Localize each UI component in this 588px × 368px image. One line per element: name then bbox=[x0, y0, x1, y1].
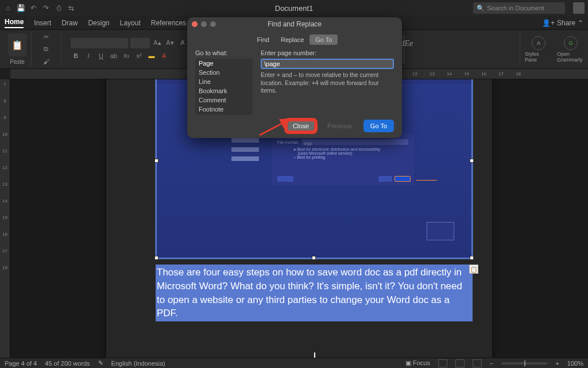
tab-find[interactable]: Find bbox=[252, 34, 275, 45]
tab-layout[interactable]: Layout bbox=[120, 19, 141, 27]
strike-icon[interactable]: ab bbox=[109, 51, 119, 61]
search-icon: 🔍 bbox=[477, 5, 485, 12]
print-icon[interactable]: ⎙ bbox=[54, 3, 63, 13]
list-item[interactable]: Endnote bbox=[195, 114, 253, 115]
embedded-export bbox=[394, 176, 411, 182]
list-item[interactable]: Comment bbox=[195, 95, 253, 105]
copy-icon[interactable]: ⧉ bbox=[41, 44, 51, 54]
find-replace-dialog: Find and Replace Find Replace Go To Go t… bbox=[187, 17, 402, 138]
embedded-cancel bbox=[378, 176, 392, 182]
tab-home[interactable]: Home bbox=[5, 18, 24, 28]
clipboard-extra: ✂ ⧉ 🖌 bbox=[36, 32, 61, 66]
italic-icon[interactable]: I bbox=[83, 51, 94, 61]
redo-icon[interactable]: ↷ bbox=[41, 3, 51, 13]
paste-label: Paste bbox=[8, 59, 26, 65]
undo-icon[interactable]: ↶ bbox=[29, 3, 38, 13]
language-status[interactable]: English (Indonesia) bbox=[111, 360, 165, 367]
quick-access-toolbar: ⌂ 💾 ↶ ↷ ⎙ ⇆ bbox=[3, 3, 76, 13]
save-icon[interactable]: 💾 bbox=[16, 3, 25, 13]
styles-pane-button[interactable]: A Styles Pane bbox=[525, 32, 552, 66]
tab-draw[interactable]: Draw bbox=[61, 19, 78, 27]
minimize-window-icon[interactable] bbox=[201, 21, 207, 27]
bold-icon[interactable]: B bbox=[71, 51, 81, 61]
font-color-icon[interactable]: A bbox=[159, 51, 169, 61]
list-item[interactable]: Page bbox=[195, 59, 253, 68]
chevron-up-icon: ⌃ bbox=[578, 19, 583, 27]
tab-design[interactable]: Design bbox=[88, 19, 109, 27]
tab-replace[interactable]: Replace bbox=[275, 34, 310, 45]
dialog-title: Find and Replace bbox=[187, 20, 402, 28]
styles-pane-icon: A bbox=[532, 36, 546, 50]
highlight-icon[interactable]: ▬ bbox=[146, 51, 157, 61]
text-cursor bbox=[314, 352, 315, 358]
decrease-font-icon[interactable]: A▾ bbox=[165, 38, 175, 48]
grammarly-button[interactable]: G Open Grammarly bbox=[557, 32, 585, 66]
enter-page-label: Enter page number: bbox=[261, 49, 394, 56]
list-item[interactable]: Bookmark bbox=[195, 86, 253, 95]
zoom-out-icon[interactable]: − bbox=[490, 360, 493, 367]
clear-format-icon[interactable]: A̸ bbox=[177, 38, 188, 48]
grammarly-icon: G bbox=[564, 36, 578, 50]
status-bar: Page 4 of 4 45 of 200 words ✎ English (I… bbox=[0, 358, 588, 368]
paste-options-icon[interactable]: 📋 bbox=[469, 264, 478, 274]
list-item[interactable]: Line bbox=[195, 77, 253, 86]
paste-button[interactable]: 📋 bbox=[8, 33, 26, 56]
font-group: A▴ A▾ A̸ B I U ab x₂ x² ▬ A bbox=[66, 32, 193, 66]
page-number-input[interactable] bbox=[261, 59, 394, 69]
subscript-icon[interactable]: x₂ bbox=[121, 51, 131, 61]
tab-goto[interactable]: Go To bbox=[310, 34, 338, 45]
close-window-icon[interactable] bbox=[192, 21, 198, 27]
view-print-icon[interactable] bbox=[438, 359, 447, 367]
increase-font-icon[interactable]: A▴ bbox=[152, 38, 163, 48]
word-count[interactable]: 45 of 200 words bbox=[45, 360, 90, 367]
more-icon[interactable]: ⇆ bbox=[67, 3, 76, 13]
share-button[interactable]: 👤+ Share ⌃ bbox=[542, 19, 583, 27]
avatar[interactable] bbox=[573, 2, 585, 14]
document-text-selected[interactable]: Those are four easy steps on how to save… bbox=[156, 264, 473, 321]
font-size[interactable] bbox=[130, 38, 150, 48]
tab-insert[interactable]: Insert bbox=[34, 19, 51, 27]
goto-what-list[interactable]: Page Section Line Bookmark Comment Footn… bbox=[195, 59, 253, 115]
view-outline-icon[interactable] bbox=[473, 359, 482, 367]
zoom-window-icon[interactable] bbox=[210, 21, 216, 27]
tab-references[interactable]: References bbox=[151, 19, 186, 27]
format-painter-icon[interactable]: 🖌 bbox=[41, 56, 51, 66]
cut-icon[interactable]: ✂ bbox=[41, 32, 51, 42]
clipboard-group: 📋 Paste bbox=[3, 32, 32, 66]
font-family[interactable] bbox=[71, 38, 128, 48]
vertical-ruler[interactable]: 789 101112 131415 161718 bbox=[0, 79, 10, 358]
view-web-icon[interactable] bbox=[455, 359, 465, 367]
focus-mode[interactable]: ▣ Focus bbox=[405, 359, 430, 367]
dialog-titlebar[interactable]: Find and Replace bbox=[187, 17, 402, 31]
page-status[interactable]: Page 4 of 4 bbox=[5, 360, 37, 367]
embedded-new-folder bbox=[277, 176, 293, 182]
spellcheck-icon[interactable]: ✎ bbox=[98, 359, 103, 367]
underline-icon[interactable]: U bbox=[96, 51, 106, 61]
zoom-in-icon[interactable]: + bbox=[555, 360, 559, 367]
zoom-slider[interactable] bbox=[501, 362, 547, 365]
goto-hint: Enter + and – to move relative to the cu… bbox=[261, 71, 394, 95]
share-icon: 👤+ bbox=[542, 19, 555, 27]
title-bar: ⌂ 💾 ↶ ↷ ⎙ ⇆ Document1 🔍 Search in Docume… bbox=[0, 0, 588, 16]
previous-button[interactable]: Previous bbox=[320, 120, 359, 132]
search-input[interactable]: 🔍 Search in Document bbox=[473, 2, 565, 14]
search-placeholder: Search in Document bbox=[487, 5, 544, 12]
zoom-level[interactable]: 100% bbox=[567, 360, 583, 367]
close-button[interactable]: Close bbox=[286, 120, 316, 132]
home-icon[interactable]: ⌂ bbox=[3, 3, 13, 13]
dialog-tabs: Find Replace Go To bbox=[187, 32, 402, 47]
list-item[interactable]: Footnote bbox=[195, 105, 253, 114]
goto-button[interactable]: Go To bbox=[363, 120, 394, 132]
superscript-icon[interactable]: x² bbox=[134, 51, 144, 61]
goto-what-label: Go to what: bbox=[195, 49, 253, 56]
list-item[interactable]: Section bbox=[195, 68, 253, 77]
